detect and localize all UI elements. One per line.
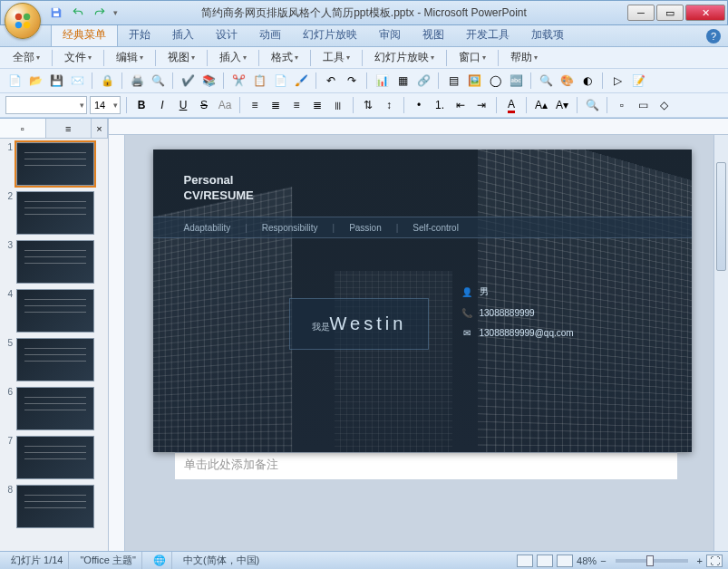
zoom-in-button[interactable]: + (697, 555, 703, 566)
print-icon[interactable]: 🖨️ (128, 72, 146, 90)
zoom-out-button[interactable]: − (600, 555, 606, 566)
text-direction-icon[interactable]: ↕ (380, 96, 398, 114)
mail-icon[interactable]: ✉️ (68, 72, 86, 90)
text-box-icon[interactable]: 🔤 (507, 72, 525, 90)
ribbon-tab-7[interactable]: 视图 (412, 24, 455, 46)
minimize-button[interactable]: ─ (627, 5, 655, 21)
close-panel-button[interactable]: × (92, 119, 108, 138)
find-icon[interactable]: 🔍 (583, 96, 601, 114)
menu-8[interactable]: 窗口 ▾ (453, 48, 491, 67)
underline-button[interactable]: U (174, 96, 192, 114)
slide-thumbnail-2[interactable] (16, 191, 94, 235)
slide-canvas[interactable]: Personal CV/RESUME Adaptability|Responsi… (153, 149, 692, 452)
slideshow-icon[interactable]: ▷ (608, 72, 626, 90)
research-icon[interactable]: 📚 (199, 72, 218, 90)
ribbon-tab-1[interactable]: 开始 (118, 24, 161, 46)
menu-0[interactable]: 全部 ▾ (7, 48, 45, 67)
slide-thumbnail-3[interactable] (16, 240, 94, 284)
slide-thumbnail-1[interactable] (16, 142, 94, 186)
scrollbar-vertical[interactable] (713, 135, 728, 551)
line-spacing-icon[interactable]: ⇅ (359, 96, 377, 114)
open-icon[interactable]: 📂 (26, 72, 44, 90)
save-icon[interactable]: 💾 (47, 72, 65, 90)
ribbon-tab-6[interactable]: 审阅 (368, 24, 412, 46)
new-icon[interactable]: 📄 (5, 72, 24, 90)
paste-icon[interactable]: 📄 (271, 72, 289, 90)
numbering-icon[interactable]: 1. (431, 96, 449, 114)
increase-indent-icon[interactable]: ⇥ (472, 96, 490, 114)
menu-4[interactable]: 插入 ▾ (214, 48, 252, 67)
increase-font-icon[interactable]: A▴ (532, 96, 550, 114)
menu-7[interactable]: 幻灯片放映 ▾ (369, 48, 440, 67)
thumbnail-list[interactable]: 12345678 (0, 139, 108, 551)
ribbon-tab-3[interactable]: 设计 (205, 24, 248, 46)
help-icon[interactable]: ? (706, 29, 721, 43)
spelling-icon[interactable]: ✔️ (179, 72, 197, 90)
normal-view-button[interactable] (517, 555, 533, 567)
new-slide-icon[interactable]: ▫ (613, 96, 631, 114)
font-family-combo[interactable] (5, 96, 87, 114)
hyperlink-icon[interactable]: 🔗 (414, 72, 432, 90)
permission-icon[interactable]: 🔒 (98, 72, 116, 90)
align-center-icon[interactable]: ≣ (267, 96, 285, 114)
zoom-icon[interactable]: 🔍 (537, 72, 555, 90)
italic-button[interactable]: I (153, 96, 171, 114)
format-painter-icon[interactable]: 🖌️ (292, 72, 310, 90)
notes-pane[interactable]: 单击此处添加备注 (175, 452, 677, 479)
font-color-icon[interactable]: A (502, 96, 520, 114)
slides-tab[interactable]: ▫ (0, 119, 46, 138)
color-icon[interactable]: 🎨 (558, 72, 576, 90)
redo-icon[interactable] (92, 5, 108, 21)
ribbon-tab-9[interactable]: 加载项 (520, 24, 575, 46)
save-icon[interactable] (48, 5, 64, 21)
slide-thumbnail-4[interactable] (16, 289, 94, 333)
redo-icon[interactable]: ↷ (343, 72, 361, 90)
shadow-button[interactable]: Aa (216, 96, 234, 114)
menu-6[interactable]: 工具 ▾ (317, 48, 355, 67)
decrease-font-icon[interactable]: A▾ (553, 96, 571, 114)
close-button[interactable]: ✕ (685, 5, 725, 21)
ribbon-tab-0[interactable]: 经典菜单 (51, 23, 118, 46)
design-icon[interactable]: ◇ (655, 96, 673, 114)
grayscale-icon[interactable]: ◐ (578, 72, 597, 90)
ribbon-tab-8[interactable]: 开发工具 (455, 24, 520, 46)
decrease-indent-icon[interactable]: ⇤ (451, 96, 470, 114)
status-lang-icon[interactable]: 🌐 (148, 552, 172, 569)
undo-icon[interactable] (70, 5, 86, 21)
ribbon-tab-5[interactable]: 幻灯片放映 (292, 24, 368, 46)
menu-2[interactable]: 编辑 ▾ (111, 48, 149, 67)
undo-icon[interactable]: ↶ (322, 72, 340, 90)
copy-icon[interactable]: 📋 (250, 72, 268, 90)
strikethrough-button[interactable]: S (195, 96, 213, 114)
chart-icon[interactable]: 📊 (373, 72, 391, 90)
picture-icon[interactable]: 🖼️ (465, 72, 483, 90)
tables-icon[interactable]: ▤ (444, 72, 462, 90)
slideshow-view-button[interactable] (557, 555, 573, 567)
bold-button[interactable]: B (132, 96, 150, 114)
outline-tab[interactable]: ≡ (46, 119, 92, 138)
justify-icon[interactable]: ≣ (308, 96, 326, 114)
slide-thumbnail-8[interactable] (16, 485, 94, 528)
maximize-button[interactable]: ▭ (656, 5, 684, 21)
office-button[interactable] (5, 3, 41, 39)
cut-icon[interactable]: ✂️ (229, 72, 248, 90)
table-icon[interactable]: ▦ (393, 72, 412, 90)
print-preview-icon[interactable]: 🔍 (149, 72, 167, 90)
align-left-icon[interactable]: ≡ (246, 96, 264, 114)
ribbon-tab-2[interactable]: 插入 (161, 24, 205, 46)
zoom-slider[interactable] (616, 559, 688, 563)
ribbon-tab-4[interactable]: 动画 (248, 24, 292, 46)
layout-icon[interactable]: ▭ (634, 96, 652, 114)
align-right-icon[interactable]: ≡ (287, 96, 306, 114)
menu-5[interactable]: 格式 ▾ (266, 48, 304, 67)
slide-thumbnail-7[interactable] (16, 436, 94, 479)
fit-to-window-button[interactable]: ⛶ (706, 555, 723, 567)
slide-thumbnail-5[interactable] (16, 338, 94, 381)
notes-icon[interactable]: 📝 (629, 72, 647, 90)
slide-thumbnail-6[interactable] (16, 387, 94, 430)
distributed-icon[interactable]: ⫼ (329, 96, 347, 114)
sorter-view-button[interactable] (537, 555, 553, 567)
menu-9[interactable]: 帮助 ▾ (505, 48, 543, 67)
menu-1[interactable]: 文件 ▾ (59, 48, 97, 67)
bullets-icon[interactable]: • (410, 96, 428, 114)
